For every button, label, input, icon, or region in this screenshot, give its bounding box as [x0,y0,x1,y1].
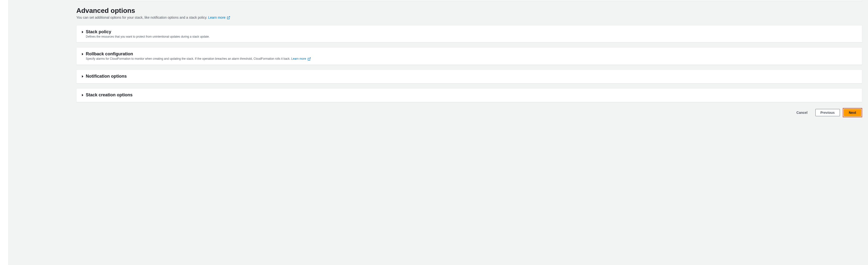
stack-creation-options-toggle[interactable]: Stack creation options [82,92,857,98]
main-content: Advanced options You can set additional … [8,0,868,265]
notification-options-toggle[interactable]: Notification options [82,74,857,79]
previous-section-edge [76,0,862,1]
caret-right-icon [82,75,84,78]
rollback-config-title: Rollback configuration [86,51,857,56]
cancel-button[interactable]: Cancel [792,109,812,116]
rollback-learn-more-link[interactable]: Learn more [291,57,311,60]
next-button[interactable]: Next [844,109,861,116]
rollback-config-toggle[interactable]: Rollback configuration Specify alarms fo… [82,51,857,61]
section-subtitle: You can set additional options for your … [76,16,862,20]
notification-options-panel: Notification options [76,70,862,83]
stack-policy-description: Defines the resources that you want to p… [86,35,857,38]
left-sidebar [0,0,8,265]
caret-right-icon [82,53,84,55]
stack-policy-toggle[interactable]: Stack policy Defines the resources that … [82,29,857,38]
learn-more-link[interactable]: Learn more [208,16,230,20]
button-row: Cancel Previous Next [76,108,862,117]
stack-creation-options-panel: Stack creation options [76,88,862,102]
section-title: Advanced options [76,7,862,15]
rollback-config-panel: Rollback configuration Specify alarms fo… [76,47,862,65]
previous-button[interactable]: Previous [815,109,840,116]
stack-policy-panel: Stack policy Defines the resources that … [76,25,862,43]
notification-options-title: Notification options [86,74,857,79]
external-link-icon [227,16,230,20]
next-button-highlight: Next [843,108,862,117]
caret-right-icon [82,31,84,33]
stack-policy-title: Stack policy [86,29,857,34]
external-link-icon [308,57,311,61]
stack-creation-options-title: Stack creation options [86,92,857,98]
caret-right-icon [82,94,84,96]
rollback-config-description: Specify alarms for CloudFormation to mon… [86,57,857,61]
